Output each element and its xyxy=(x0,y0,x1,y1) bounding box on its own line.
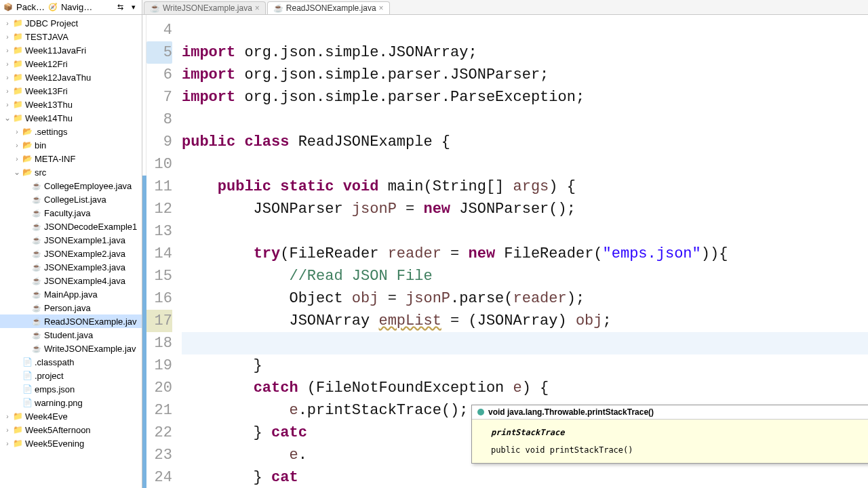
tree-node[interactable]: 📄.project xyxy=(0,369,142,382)
expand-arrow-icon[interactable] xyxy=(22,249,31,258)
tree-node[interactable]: 📁Week13Fri xyxy=(0,84,142,98)
tree-node[interactable]: ☕WriteJSONExample.jav xyxy=(0,342,142,355)
tree-node[interactable]: 📁Week5Evening xyxy=(0,436,142,450)
tree-node[interactable]: 📂src xyxy=(0,165,142,179)
code-line[interactable] xyxy=(182,108,868,131)
tree-node[interactable]: ☕MainApp.java xyxy=(0,287,142,301)
code-line[interactable]: try(FileReader reader = new FileReader("… xyxy=(182,243,868,265)
tree-node[interactable]: ☕Student.java xyxy=(0,328,142,342)
editor-tab[interactable]: ☕WriteJSONExample.java× xyxy=(144,1,266,14)
menu-icon[interactable]: ▾ xyxy=(128,2,139,13)
tree-node[interactable]: ☕ReadJSONExample.jav xyxy=(0,314,142,328)
expand-arrow-icon[interactable] xyxy=(3,439,12,448)
code-line[interactable]: public class ReadJSONExample { xyxy=(182,131,868,153)
tree-node[interactable]: 📄warning.png xyxy=(0,396,142,409)
tab-label: WriteJSONExample.java xyxy=(163,3,252,13)
code-line[interactable]: JSONParser jsonP = new JSONParser(); xyxy=(182,198,868,220)
code-line[interactable]: JSONArray empList = (JSONArray) obj; xyxy=(182,310,868,332)
expand-arrow-icon[interactable] xyxy=(3,411,12,421)
tree-node[interactable]: 📁Week5Afternoon xyxy=(0,423,142,436)
tree-node[interactable]: ☕CollegeList.java xyxy=(0,192,142,206)
expand-arrow-icon[interactable] xyxy=(12,371,22,380)
tree-node[interactable]: 📁Week14Thu xyxy=(0,111,142,125)
tree-node[interactable]: ☕JSONExample3.java xyxy=(0,260,142,274)
expand-arrow-icon[interactable] xyxy=(22,330,31,340)
expand-arrow-icon[interactable] xyxy=(3,45,12,55)
tree-node[interactable]: ☕JSONExample2.java xyxy=(0,247,142,260)
expand-arrow-icon[interactable] xyxy=(12,357,22,367)
expand-arrow-icon[interactable] xyxy=(3,73,12,82)
expand-arrow-icon[interactable] xyxy=(3,32,12,41)
expand-arrow-icon[interactable] xyxy=(22,317,31,326)
tree-node[interactable]: 📁Week11JavaFri xyxy=(0,43,142,57)
expand-arrow-icon[interactable] xyxy=(22,222,31,231)
code-line[interactable]: Object obj = jsonP.parse(reader); xyxy=(182,287,868,310)
expand-arrow-icon[interactable] xyxy=(3,100,12,109)
code-line[interactable] xyxy=(182,332,868,354)
tree-node[interactable]: 📂META-INF xyxy=(0,152,142,165)
code-line[interactable]: } xyxy=(182,354,868,377)
code-line[interactable]: import org.json.simple.parser.JSONParser… xyxy=(182,64,868,86)
tree-node[interactable]: 📁JDBC Project xyxy=(0,16,142,30)
tree-node[interactable]: 📁Week13Thu xyxy=(0,98,142,111)
expand-arrow-icon[interactable] xyxy=(12,167,22,177)
expand-arrow-icon[interactable] xyxy=(12,127,22,136)
tree-node[interactable]: ☕JSONExample4.java xyxy=(0,274,142,287)
code-line[interactable] xyxy=(182,19,868,41)
code-line[interactable]: } cat xyxy=(182,466,868,488)
close-icon[interactable]: × xyxy=(255,3,260,13)
tree-node-label: CollegeList.java xyxy=(44,195,106,205)
expand-arrow-icon[interactable] xyxy=(22,344,31,353)
expand-arrow-icon[interactable] xyxy=(22,303,31,312)
tree-node-label: ReadJSONExample.jav xyxy=(44,317,137,327)
project-explorer[interactable]: 📦 Pack… 🧭 Navig… ⇆ ▾ 📁JDBC Project📁TESTJ… xyxy=(0,0,142,488)
sync-icon[interactable]: ⇆ xyxy=(115,2,125,13)
tree-node-label: Week11JavaFri xyxy=(25,45,86,56)
tree-node[interactable]: 📂bin xyxy=(0,138,142,152)
tree-node[interactable]: 📂.settings xyxy=(0,125,142,138)
code-line[interactable]: import org.json.simple.JSONArray; xyxy=(182,41,868,64)
code-line[interactable] xyxy=(182,153,868,176)
tree-node[interactable]: 📄.classpath xyxy=(0,355,142,369)
code-line[interactable]: import org.json.simple.parser.ParseExcep… xyxy=(182,86,868,108)
code-line[interactable] xyxy=(182,220,868,243)
expand-arrow-icon[interactable] xyxy=(3,59,12,68)
expand-arrow-icon[interactable] xyxy=(3,113,12,123)
expand-arrow-icon[interactable] xyxy=(22,262,31,272)
tree-node[interactable]: ☕CollegeEmployee.java xyxy=(0,179,142,192)
expand-arrow-icon[interactable] xyxy=(12,140,22,150)
expand-arrow-icon[interactable] xyxy=(12,384,22,394)
editor-tab-bar[interactable]: ☕WriteJSONExample.java×☕ReadJSONExample.… xyxy=(142,0,868,15)
tree-node[interactable]: 📁TESTJAVA xyxy=(0,30,142,43)
project-tree[interactable]: 📁JDBC Project📁TESTJAVA📁Week11JavaFri📁Wee… xyxy=(0,15,142,451)
sidebar-view-tabs: 📦 Pack… 🧭 Navig… ⇆ ▾ xyxy=(0,0,142,15)
sidebar-view-label[interactable]: Pack… xyxy=(16,2,45,12)
tree-node[interactable]: 📁Week12JavaThu xyxy=(0,70,142,84)
tree-node[interactable]: 📄emps.json xyxy=(0,382,142,396)
code-line[interactable]: //Read JSON File xyxy=(182,265,868,287)
expand-arrow-icon[interactable] xyxy=(22,181,31,190)
expand-arrow-icon[interactable] xyxy=(3,18,12,28)
tree-node[interactable]: 📁Week12Fri xyxy=(0,57,142,70)
expand-arrow-icon[interactable] xyxy=(22,289,31,299)
expand-arrow-icon[interactable] xyxy=(22,208,31,218)
sidebar-view-label[interactable]: Navig… xyxy=(61,2,92,12)
navigator-view-tab[interactable]: 🧭 xyxy=(47,2,58,13)
editor-tab[interactable]: ☕ReadJSONExample.java× xyxy=(267,1,390,14)
code-line[interactable]: public static void main(String[] args) { xyxy=(182,176,868,198)
close-icon[interactable]: × xyxy=(379,3,384,13)
tree-node[interactable]: ☕JSONExample1.java xyxy=(0,233,142,247)
expand-arrow-icon[interactable] xyxy=(22,276,31,285)
expand-arrow-icon[interactable] xyxy=(22,195,31,204)
code-line[interactable]: catch (FileNotFoundException e) { xyxy=(182,377,868,399)
tree-node[interactable]: 📁Week4Eve xyxy=(0,409,142,423)
expand-arrow-icon[interactable] xyxy=(3,425,12,434)
expand-arrow-icon[interactable] xyxy=(3,86,12,96)
expand-arrow-icon[interactable] xyxy=(12,154,22,163)
tree-node[interactable]: ☕Person.java xyxy=(0,301,142,314)
tree-node[interactable]: ☕Faculty.java xyxy=(0,206,142,220)
tree-node[interactable]: ☕JSONDecodeExample1 xyxy=(0,220,142,233)
package-view-tab[interactable]: 📦 xyxy=(3,2,14,13)
expand-arrow-icon[interactable] xyxy=(22,235,31,245)
expand-arrow-icon[interactable] xyxy=(12,398,22,407)
